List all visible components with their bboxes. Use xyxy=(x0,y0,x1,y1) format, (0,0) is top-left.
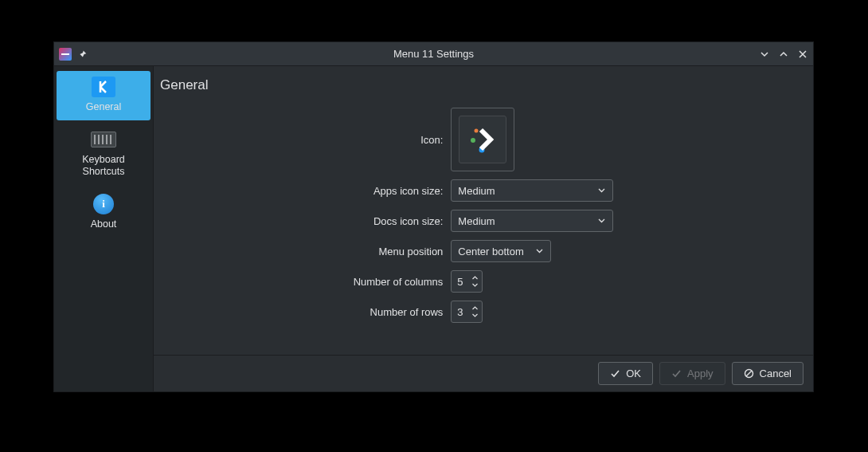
page-title: General xyxy=(154,66,813,101)
sidebar-item-label: Keyboard Shortcuts xyxy=(82,154,125,179)
columns-label: Number of columns xyxy=(354,276,444,288)
chevron-up-icon[interactable] xyxy=(471,274,479,281)
sidebar: General Keyboard Shortcuts i About xyxy=(54,66,154,391)
apps-icon-size-label: Apps icon size: xyxy=(354,185,444,197)
check-icon xyxy=(610,368,620,379)
kde-icon xyxy=(91,77,116,96)
settings-window: Menu 11 Settings General xyxy=(53,41,814,392)
svg-point-1 xyxy=(471,138,475,143)
spin-value: 5 xyxy=(457,276,463,288)
spin-value: 3 xyxy=(457,306,463,318)
dialog-footer: OK Apply Cancel xyxy=(154,355,813,391)
chevron-down-icon[interactable] xyxy=(471,312,479,319)
columns-spinbox[interactable]: 5 xyxy=(451,270,483,293)
menu-position-select[interactable]: Center bottom xyxy=(451,240,551,262)
button-label: Apply xyxy=(687,367,714,379)
sidebar-item-keyboard-shortcuts[interactable]: Keyboard Shortcuts xyxy=(57,124,151,185)
button-label: OK xyxy=(626,367,641,379)
docs-icon-size-select[interactable]: Medium xyxy=(451,210,613,232)
sidebar-item-general[interactable]: General xyxy=(57,71,151,120)
svg-point-0 xyxy=(475,129,479,133)
select-value: Center bottom xyxy=(458,246,523,257)
menu-position-label: Menu position xyxy=(354,246,444,257)
chevron-down-icon xyxy=(597,185,606,197)
sidebar-item-label: About xyxy=(91,218,117,231)
window-title: Menu 11 Settings xyxy=(54,48,813,60)
button-label: Cancel xyxy=(760,367,792,379)
cancel-icon xyxy=(744,368,754,379)
icon-chooser[interactable] xyxy=(451,108,514,171)
close-button[interactable] xyxy=(797,49,808,60)
cancel-button[interactable]: Cancel xyxy=(732,362,803,385)
plasma-icon xyxy=(459,116,506,163)
minimize-button[interactable] xyxy=(759,49,770,60)
chevron-up-icon[interactable] xyxy=(471,305,479,312)
chevron-down-icon[interactable] xyxy=(471,281,479,289)
maximize-button[interactable] xyxy=(778,49,789,60)
ok-button[interactable]: OK xyxy=(598,362,653,385)
select-value: Medium xyxy=(458,185,495,197)
sidebar-item-about[interactable]: i About xyxy=(57,188,151,238)
docs-icon-size-label: Docs icon size: xyxy=(354,215,444,227)
select-value: Medium xyxy=(458,215,495,227)
sidebar-item-label: General xyxy=(86,101,121,114)
app-icon xyxy=(59,48,72,61)
content-area: General Icon: Ap xyxy=(154,66,813,391)
apply-button: Apply xyxy=(659,362,725,385)
icon-label: Icon: xyxy=(354,134,444,146)
titlebar: Menu 11 Settings xyxy=(54,42,813,66)
pin-icon[interactable] xyxy=(76,49,88,60)
keyboard-icon xyxy=(91,130,116,149)
check-icon xyxy=(671,368,682,379)
apps-icon-size-select[interactable]: Medium xyxy=(451,179,613,202)
chevron-down-icon xyxy=(597,215,606,227)
rows-label: Number of rows xyxy=(354,306,444,318)
info-icon: i xyxy=(91,195,116,214)
chevron-down-icon xyxy=(535,246,544,257)
rows-spinbox[interactable]: 3 xyxy=(451,301,483,323)
